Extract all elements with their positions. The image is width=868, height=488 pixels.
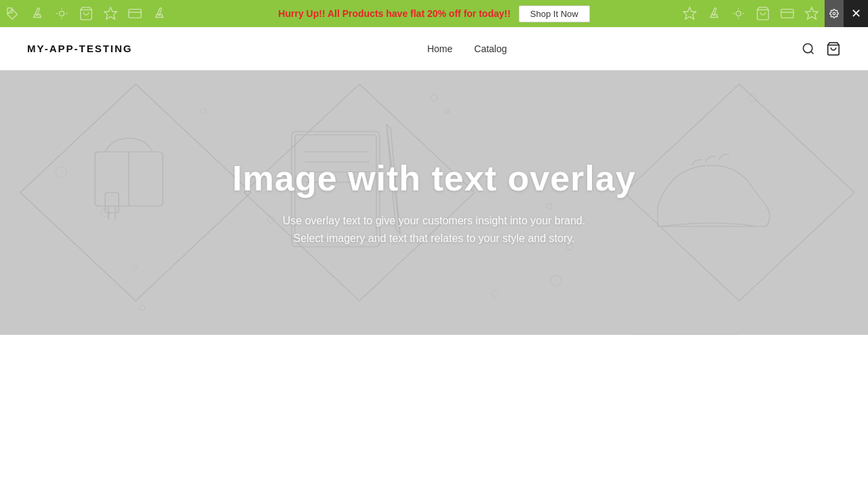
settings-icon xyxy=(829,9,839,18)
tag-icon-1 xyxy=(5,6,20,21)
shopify-icon-3 xyxy=(707,6,722,21)
nav-home[interactable]: Home xyxy=(427,43,452,54)
search-button[interactable] xyxy=(802,42,815,56)
bar-icons-left xyxy=(0,0,172,27)
announcement-text: Hurry Up!! All Products have flat 20% of… xyxy=(278,8,511,19)
card-icon-2 xyxy=(780,6,795,21)
shopify-icon-1 xyxy=(30,6,45,21)
settings-button[interactable] xyxy=(825,0,844,27)
bag-icon-2 xyxy=(755,6,770,21)
logo: MY-APP-TESTING xyxy=(27,43,133,54)
close-bar-button[interactable]: ✕ xyxy=(844,0,868,27)
tag-icon-4 xyxy=(682,6,697,21)
hero-section: Image with text overlay Use overlay text… xyxy=(0,70,868,335)
below-fold xyxy=(0,335,868,423)
shopify-icon-2 xyxy=(152,6,167,21)
search-icon xyxy=(802,42,815,56)
header-icons xyxy=(802,41,841,56)
main-nav: Home Catalog xyxy=(427,43,507,54)
svg-point-12 xyxy=(833,12,835,15)
tag-icon-3 xyxy=(103,6,118,21)
svg-point-1 xyxy=(59,11,64,16)
svg-rect-9 xyxy=(781,9,793,18)
svg-marker-3 xyxy=(104,7,117,19)
hero-subtitle-line1: Use overlay text to give your customers … xyxy=(232,212,635,230)
tag-icon-6 xyxy=(804,6,819,21)
tag-icon-2 xyxy=(54,6,69,21)
shop-now-button[interactable]: Shop It Now xyxy=(519,5,590,22)
nav-catalog[interactable]: Catalog xyxy=(474,43,507,54)
announcement-content: Hurry Up!! All Products have flat 20% of… xyxy=(278,5,589,22)
announcement-bar: Hurry Up!! All Products have flat 20% of… xyxy=(0,0,868,27)
tag-icon-5 xyxy=(731,6,746,21)
cart-button[interactable] xyxy=(826,41,841,56)
hero-content: Image with text overlay Use overlay text… xyxy=(232,158,635,247)
bar-icons-right xyxy=(677,0,825,27)
close-icon: ✕ xyxy=(851,6,861,21)
svg-rect-4 xyxy=(129,9,141,18)
svg-marker-11 xyxy=(806,7,818,19)
svg-point-13 xyxy=(803,43,812,52)
svg-point-7 xyxy=(736,11,741,16)
card-icon-1 xyxy=(127,6,142,21)
hero-subtitle-line2: Select imagery and text that relates to … xyxy=(232,230,635,247)
hero-title: Image with text overlay xyxy=(232,158,635,199)
bag-icon-1 xyxy=(79,6,94,21)
cart-icon xyxy=(826,41,841,56)
site-header: MY-APP-TESTING Home Catalog xyxy=(0,27,868,70)
svg-line-14 xyxy=(811,51,814,54)
svg-marker-6 xyxy=(684,7,696,19)
